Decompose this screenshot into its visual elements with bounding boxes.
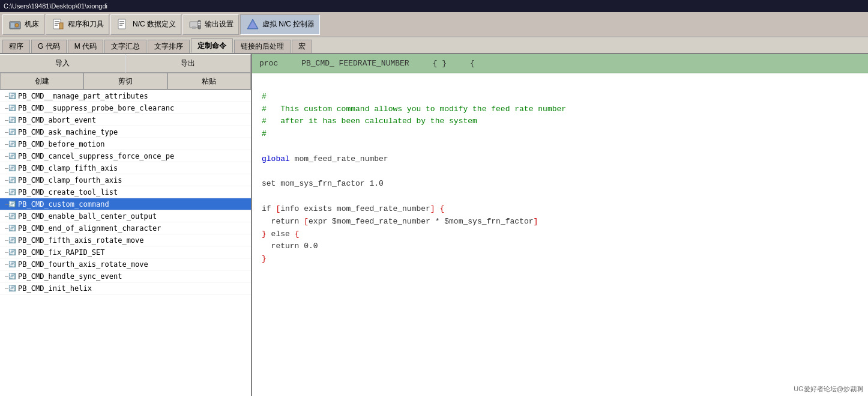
tab-m-code[interactable]: M 代码 [68,40,103,53]
tree-item[interactable]: —🔄PB_CMD_ask_machine_type [0,126,251,138]
tree-item[interactable]: —🔄PB_CMD_before_motion [0,138,251,150]
tree-item[interactable]: —🔄PB_CMD_custom_command [0,198,251,210]
tab-macro[interactable]: 宏 [292,40,312,53]
toolbar-virtual-nc[interactable]: 虚拟 N/C 控制器 [240,14,320,35]
svg-rect-8 [118,19,125,29]
tree-icon: —🔄 [5,201,16,207]
tab-custom-cmd[interactable]: 定制命令 [191,38,233,53]
tab-linked-postprocess[interactable]: 链接的后处理 [234,40,291,53]
virtual-nc-icon [246,17,260,32]
tree-item-label: PB_CMD_fourth_axis_rotate_move [18,260,148,269]
tree-icon: —🔄 [5,213,16,219]
tree-icon: —🔄 [5,93,16,99]
output-settings-label: 输出设置 [205,19,234,29]
tree-item[interactable]: —🔄PB_CMD_clamp_fourth_axis [0,174,251,186]
program-tool-label: 程序和刀具 [68,19,104,29]
code-line: return 0.0 [262,240,858,253]
code-line: # [262,128,858,141]
code-line [262,78,858,91]
code-line [262,141,858,153]
tree-icon: —🔄 [5,285,16,291]
tree-item-label: PB_CMD_abort_event [18,116,96,124]
tree-icon: —🔄 [5,189,16,195]
tree-item-label: PB_CMD__manage_part_attributes [18,92,148,100]
tree-item-label: PB_CMD_custom_command [18,200,109,209]
code-line: # after it has been calculated by the sy… [262,115,858,128]
tree-item[interactable]: —🔄PB_CMD_fix_RAPID_SET [0,246,251,258]
code-line: set mom_sys_frn_factor 1.0 [262,178,858,190]
cut-button[interactable]: 剪切 [83,73,167,90]
toolbar-program-tool[interactable]: 程序和刀具 [46,14,109,35]
main-toolbar: 机床 程序和刀具 N/C 数据定义 [0,12,868,37]
output-settings-icon [188,17,202,32]
tree-icon: —🔄 [5,165,16,171]
tree-icon: —🔄 [5,129,16,135]
tree-icon: —🔄 [5,249,16,255]
svg-rect-7 [59,23,63,29]
tree-area[interactable]: —🔄PB_CMD__manage_part_attributes—🔄PB_CMD… [0,90,251,396]
import-button[interactable]: 导入 [0,54,125,73]
tree-item[interactable]: —🔄PB_CMD_cancel_suppress_force_once_pe [0,150,251,162]
tree-item[interactable]: —🔄PB_CMD_create_tool_list [0,186,251,198]
tree-item-label: PB_CMD_end_of_alignment_character [18,224,161,233]
tree-icon: —🔄 [5,177,16,183]
tree-item[interactable]: —🔄PB_CMD_init_helix [0,282,251,294]
tree-item-label: PB_CMD_handle_sync_event [18,272,122,281]
tab-bar: 程序 G 代码 M 代码 文字汇总 文字排序 定制命令 链接的后处理 宏 [0,37,868,54]
code-line: # [262,91,858,103]
code-line: } else { [262,228,858,241]
right-panel: proc PB_CMD_ FEEDRATE_NUMBER { } { ## Th… [252,54,868,396]
nc-data-label: N/C 数据定义 [133,19,176,29]
tree-item[interactable]: —🔄PB_CMD__suppress_probe_bore_clearanc [0,102,251,114]
tree-item-label: PB_CMD_create_tool_list [18,188,118,196]
action-buttons: 导入 导出 [0,54,251,73]
tree-item-label: PB_CMD_cancel_suppress_force_once_pe [18,152,174,160]
tree-item-label: PB_CMD_before_motion [18,140,105,148]
tree-item[interactable]: —🔄PB_CMD_end_of_alignment_character [0,222,251,234]
code-content[interactable]: ## This custom command allows you to mod… [252,73,868,396]
code-line: # This custom command allows you to modi… [262,103,858,116]
machine-label: 机床 [25,19,39,29]
code-line: } [262,253,858,266]
paste-button[interactable]: 粘贴 [167,73,251,90]
title-bar: C:\Users\19481\Desktop\01\xiongdi [0,0,868,12]
tab-g-code[interactable]: G 代码 [31,40,67,53]
tree-icon: —🔄 [5,261,16,267]
tree-item[interactable]: —🔄PB_CMD_clamp_fifth_axis [0,162,251,174]
toolbar-nc-data[interactable]: N/C 数据定义 [110,14,181,35]
tree-item-label: PB_CMD__suppress_probe_bore_clearanc [18,104,174,112]
svg-rect-13 [192,26,196,29]
tab-word-summary[interactable]: 文字汇总 [104,40,146,53]
code-line: global mom_feed_rate_number [262,153,858,166]
svg-point-2 [15,23,19,27]
program-tool-icon [51,17,65,32]
tree-item-label: PB_CMD_fifth_axis_rotate_move [18,236,144,245]
code-line [262,190,858,203]
tree-item[interactable]: —🔄PB_CMD_handle_sync_event [0,270,251,282]
tree-item[interactable]: —🔄PB_CMD__manage_part_attributes [0,90,251,102]
title-path: C:\Users\19481\Desktop\01\xiongdi [4,2,107,10]
tree-item[interactable]: —🔄PB_CMD_abort_event [0,114,251,126]
code-header: proc PB_CMD_ FEEDRATE_NUMBER { } { [252,54,868,73]
toolbar-output-settings[interactable]: 输出设置 [182,14,239,35]
code-line [262,166,858,178]
tree-icon: —🔄 [5,105,16,111]
export-button[interactable]: 导出 [125,54,252,73]
tab-program[interactable]: 程序 [2,40,30,53]
tree-icon: —🔄 [5,225,16,231]
tab-word-sort[interactable]: 文字排序 [148,40,190,53]
toolbar-machine[interactable]: 机床 [2,14,44,35]
create-button[interactable]: 创建 [0,73,83,90]
code-line: return [expr $mom_feed_rate_number * $mo… [262,216,858,228]
tree-item-label: PB_CMD_fix_RAPID_SET [18,248,105,257]
tree-item[interactable]: —🔄PB_CMD_fourth_axis_rotate_move [0,258,251,270]
left-panel: 导入 导出 创建 剪切 粘贴 —🔄PB_CMD__manage_part_att… [0,54,252,396]
tree-wrapper: —🔄PB_CMD__manage_part_attributes—🔄PB_CMD… [0,90,251,396]
tree-item[interactable]: —🔄PB_CMD_fifth_axis_rotate_move [0,234,251,246]
code-line: if [info exists mom_feed_rate_number] { [262,203,858,216]
content-area: 导入 导出 创建 剪切 粘贴 —🔄PB_CMD__manage_part_att… [0,54,868,396]
tree-item[interactable]: —🔄PB_CMD_enable_ball_center_output [0,210,251,222]
tree-item-label: PB_CMD_ask_machine_type [18,128,118,136]
tree-icon: —🔄 [5,117,16,123]
tree-icon: —🔄 [5,237,16,243]
